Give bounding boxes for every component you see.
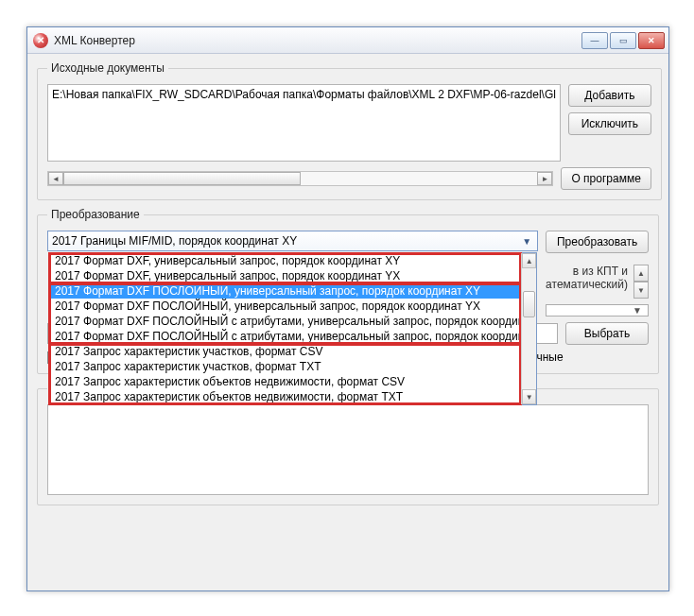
format-option[interactable]: 2017 Запрос характеристик объектов недви…: [49, 374, 521, 389]
source-legend: Исходные документы: [47, 61, 168, 75]
scroll-track[interactable]: [63, 172, 537, 185]
conversion-group: Преобразование 2017 Границы MIF/MID, пор…: [37, 208, 659, 374]
window-content: Исходные документы E:\Новая папка\FIX_RW…: [27, 54, 668, 521]
convert-button[interactable]: Преобразовать: [546, 231, 649, 253]
window-buttons: — ▭ ✕: [581, 32, 665, 49]
scroll-right-icon[interactable]: ►: [537, 172, 552, 185]
scroll-thumb[interactable]: [63, 172, 301, 185]
secondary-combo[interactable]: ▼: [546, 304, 649, 317]
format-option[interactable]: 2017 Формат DXF ПОСЛОЙНЫЙ с атрибутами, …: [49, 329, 521, 344]
format-combo-value: 2017 Границы MIF/MID, порядок координат …: [52, 234, 297, 248]
source-file-item[interactable]: E:\Новая папка\FIX_RW_SDCARD\Рабочая пап…: [52, 87, 556, 102]
format-option[interactable]: 2017 Запрос характеристик участков, форм…: [49, 344, 521, 359]
close-button[interactable]: ✕: [638, 32, 665, 49]
dropdown-scrollbar[interactable]: ▲ ▼: [521, 253, 536, 404]
format-combo[interactable]: 2017 Границы MIF/MID, порядок координат …: [47, 231, 538, 251]
titlebar: ✕ XML Конвертер — ▭ ✕: [27, 27, 668, 54]
format-option[interactable]: 2017 Запрос характеристик объектов недви…: [49, 389, 521, 404]
format-option[interactable]: 2017 Формат DXF ПОСЛОЙНЫЙ с атрибутами, …: [49, 314, 521, 329]
spinner-down-icon[interactable]: ▼: [633, 282, 649, 299]
remove-button[interactable]: Исключить: [568, 112, 651, 135]
source-group: Исходные документы E:\Новая папка\FIX_RW…: [37, 61, 662, 200]
spec-spinner[interactable]: ▲ ▼: [633, 265, 649, 299]
format-option[interactable]: 2017 Запрос характеристик участков, форм…: [49, 359, 521, 374]
app-window: ✕ XML Конвертер — ▭ ✕ Исходные документы…: [26, 26, 669, 591]
format-option[interactable]: 2017 Формат DXF ПОСЛОЙНЫЙ, универсальный…: [49, 299, 521, 314]
format-option[interactable]: 2017 Формат DXF ПОСЛОЙНЫЙ, универсальный…: [49, 283, 521, 299]
conversion-legend: Преобразование: [47, 208, 144, 221]
minimize-button[interactable]: —: [581, 32, 608, 49]
chevron-down-icon: ▼: [520, 236, 533, 247]
source-file-list[interactable]: E:\Новая папка\FIX_RW_SDCARD\Рабочая пап…: [47, 84, 561, 162]
maximize-button[interactable]: ▭: [610, 32, 636, 49]
choose-button[interactable]: Выбрать: [565, 322, 649, 345]
window-title: XML Конвертер: [54, 34, 581, 47]
about-button[interactable]: О программе: [561, 167, 651, 190]
scroll-left-icon[interactable]: ◄: [48, 172, 63, 185]
scroll-up-icon[interactable]: ▲: [522, 253, 536, 268]
dropdown-scroll-thumb[interactable]: [523, 291, 535, 317]
spec-hint: в из КПТ и атематический): [546, 265, 628, 299]
spinner-up-icon[interactable]: ▲: [633, 265, 649, 282]
source-hscroll[interactable]: ◄ ►: [47, 171, 553, 186]
add-button[interactable]: Добавить: [568, 84, 651, 107]
app-icon: ✕: [33, 33, 48, 48]
format-option[interactable]: 2017 Формат DXF, универсальный запрос, п…: [49, 268, 521, 283]
chevron-down-icon: ▼: [631, 305, 644, 316]
output-file-list[interactable]: [47, 404, 649, 495]
format-dropdown: 2017 Формат DXF, универсальный запрос, п…: [48, 252, 537, 405]
scroll-down-icon[interactable]: ▼: [522, 389, 536, 404]
format-option[interactable]: 2017 Формат DXF, универсальный запрос, п…: [49, 253, 521, 268]
